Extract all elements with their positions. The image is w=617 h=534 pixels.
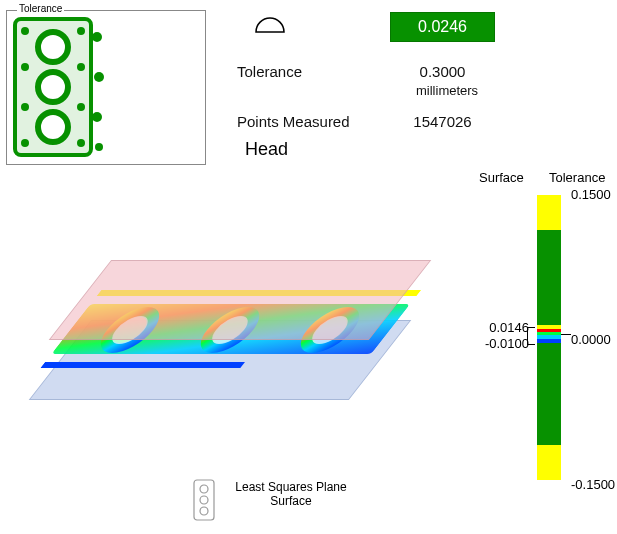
svg-point-16 [95,143,103,151]
bar-seg-pos-green [537,230,561,325]
svg-point-13 [92,32,102,42]
svg-point-9 [21,103,29,111]
footer-part-icon [192,478,216,525]
tolerance-value: 0.3000 [400,63,485,80]
svg-point-28 [200,496,208,504]
svg-point-27 [200,485,208,493]
svg-point-7 [21,63,29,71]
scale-max-label: 0.1500 [571,187,611,202]
scale-header-tolerance: Tolerance [549,170,605,185]
footer-caption: Least Squares Plane Surface [226,480,356,508]
svg-point-8 [77,63,85,71]
svg-point-2 [38,32,68,62]
bar-seg-pos-over [537,195,561,230]
part-thumbnail-icon [13,17,109,157]
scale-min-label: -0.1500 [571,477,615,492]
footer-line2: Surface [226,494,356,508]
color-scale-panel: Surface Tolerance 0.1500 0.0000 -0.1500 … [429,170,609,490]
svg-rect-25 [40,362,245,368]
svg-point-4 [38,112,68,142]
svg-point-10 [77,103,85,111]
units-label: millimeters [416,83,478,98]
thumbnail-content [13,17,199,158]
points-measured-value: 1547026 [400,113,485,130]
3d-visualization[interactable] [30,260,400,440]
scale-center-tick [561,334,571,335]
range-bracket-icon [527,327,535,345]
result-value-box: 0.0246 [390,12,495,42]
range-low-label: -0.0100 [429,336,529,351]
svg-point-29 [200,507,208,515]
svg-point-11 [21,139,29,147]
flatness-icon [252,14,288,39]
footer-line1: Least Squares Plane [226,480,356,494]
svg-point-15 [92,112,102,122]
svg-point-12 [77,139,85,147]
bar-seg-neg-green [537,343,561,445]
points-measured-label: Points Measured [237,113,350,130]
thumbnail-panel: Tolerance [6,10,206,165]
svg-point-5 [21,27,29,35]
thumbnail-label: Tolerance [17,3,64,14]
svg-point-6 [77,27,85,35]
scale-header-surface: Surface [479,170,524,185]
tolerance-label: Tolerance [237,63,302,80]
upper-plane [49,260,432,340]
svg-rect-26 [194,480,214,520]
svg-point-14 [94,72,104,82]
color-scale-bar [537,220,561,480]
scale-zero-label: 0.0000 [571,332,611,347]
svg-point-3 [38,72,68,102]
bar-seg-neg-over [537,445,561,480]
range-high-label: 0.0146 [429,320,529,335]
feature-name: Head [245,139,288,160]
